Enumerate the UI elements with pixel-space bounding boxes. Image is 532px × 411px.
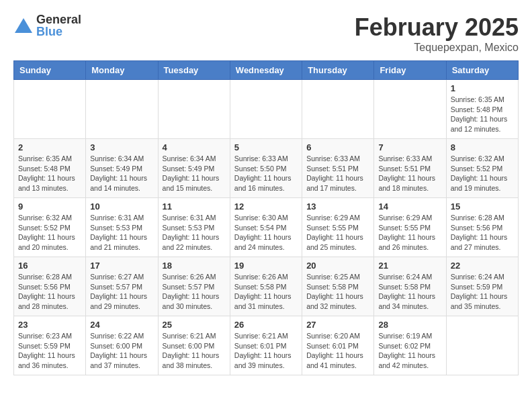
day-info: Sunrise: 6:23 AM Sunset: 5:59 PM Dayligh… [18,331,81,371]
calendar-cell [230,80,302,139]
day-number: 23 [18,320,81,330]
calendar-week-row: 1Sunrise: 6:35 AM Sunset: 5:48 PM Daylig… [14,80,519,139]
calendar-cell: 20Sunrise: 6:25 AM Sunset: 5:58 PM Dayli… [302,257,374,316]
day-number: 21 [378,261,441,271]
calendar-cell: 17Sunrise: 6:27 AM Sunset: 5:57 PM Dayli… [86,257,158,316]
day-info: Sunrise: 6:28 AM Sunset: 5:56 PM Dayligh… [451,213,514,253]
calendar-header-row: SundayMondayTuesdayWednesdayThursdayFrid… [14,61,519,80]
day-info: Sunrise: 6:31 AM Sunset: 5:53 PM Dayligh… [90,213,153,253]
day-info: Sunrise: 6:28 AM Sunset: 5:56 PM Dayligh… [18,272,81,312]
day-number: 5 [234,142,298,152]
calendar-cell: 24Sunrise: 6:22 AM Sunset: 6:00 PM Dayli… [86,316,158,375]
calendar-cell: 11Sunrise: 6:31 AM Sunset: 5:53 PM Dayli… [158,198,230,257]
calendar-cell [446,316,518,375]
calendar-cell [86,80,158,139]
day-info: Sunrise: 6:21 AM Sunset: 6:00 PM Dayligh… [163,331,226,371]
calendar-cell [14,80,86,139]
day-info: Sunrise: 6:29 AM Sunset: 5:55 PM Dayligh… [378,213,441,253]
day-number: 8 [451,142,514,152]
calendar-table: SundayMondayTuesdayWednesdayThursdayFrid… [13,60,519,375]
calendar-cell: 9Sunrise: 6:32 AM Sunset: 5:52 PM Daylig… [14,198,86,257]
day-info: Sunrise: 6:24 AM Sunset: 5:58 PM Dayligh… [378,272,441,312]
calendar-cell: 6Sunrise: 6:33 AM Sunset: 5:51 PM Daylig… [302,139,374,198]
calendar-cell [302,80,374,139]
logo-icon [13,15,34,36]
calendar-cell: 25Sunrise: 6:21 AM Sunset: 6:00 PM Dayli… [158,316,230,375]
day-info: Sunrise: 6:21 AM Sunset: 6:01 PM Dayligh… [234,331,298,371]
day-number: 1 [451,83,514,93]
calendar-cell: 19Sunrise: 6:26 AM Sunset: 5:58 PM Dayli… [230,257,302,316]
day-number: 12 [234,201,298,212]
day-number: 26 [234,320,298,330]
day-number: 17 [90,261,153,271]
day-info: Sunrise: 6:31 AM Sunset: 5:53 PM Dayligh… [163,213,226,253]
day-info: Sunrise: 6:29 AM Sunset: 5:55 PM Dayligh… [306,213,369,253]
day-info: Sunrise: 6:19 AM Sunset: 6:02 PM Dayligh… [378,331,441,371]
day-number: 14 [378,201,441,212]
calendar-cell: 8Sunrise: 6:32 AM Sunset: 5:52 PM Daylig… [446,139,518,198]
day-info: Sunrise: 6:24 AM Sunset: 5:59 PM Dayligh… [451,272,514,312]
day-number: 18 [163,261,226,271]
logo: General Blue [13,13,81,38]
day-number: 25 [163,320,226,330]
calendar-cell: 23Sunrise: 6:23 AM Sunset: 5:59 PM Dayli… [14,316,86,375]
day-info: Sunrise: 6:33 AM Sunset: 5:50 PM Dayligh… [234,154,298,193]
calendar-cell: 2Sunrise: 6:35 AM Sunset: 5:48 PM Daylig… [14,139,86,198]
day-number: 7 [378,142,441,152]
day-info: Sunrise: 6:32 AM Sunset: 5:52 PM Dayligh… [451,154,514,193]
day-info: Sunrise: 6:33 AM Sunset: 5:51 PM Dayligh… [378,154,441,193]
calendar-cell: 28Sunrise: 6:19 AM Sunset: 6:02 PM Dayli… [374,316,446,375]
day-info: Sunrise: 6:25 AM Sunset: 5:58 PM Dayligh… [306,272,369,312]
day-info: Sunrise: 6:34 AM Sunset: 5:49 PM Dayligh… [163,154,226,193]
calendar-cell: 1Sunrise: 6:35 AM Sunset: 5:48 PM Daylig… [446,80,518,139]
day-number: 19 [234,261,298,271]
day-header-wednesday: Wednesday [230,61,302,80]
calendar-cell: 21Sunrise: 6:24 AM Sunset: 5:58 PM Dayli… [374,257,446,316]
calendar-cell: 15Sunrise: 6:28 AM Sunset: 5:56 PM Dayli… [446,198,518,257]
calendar-cell: 7Sunrise: 6:33 AM Sunset: 5:51 PM Daylig… [374,139,446,198]
day-info: Sunrise: 6:27 AM Sunset: 5:57 PM Dayligh… [90,272,153,312]
calendar-cell [374,80,446,139]
calendar-week-row: 16Sunrise: 6:28 AM Sunset: 5:56 PM Dayli… [14,257,519,316]
day-info: Sunrise: 6:32 AM Sunset: 5:52 PM Dayligh… [18,213,81,253]
calendar-cell: 18Sunrise: 6:26 AM Sunset: 5:57 PM Dayli… [158,257,230,316]
calendar-cell: 16Sunrise: 6:28 AM Sunset: 5:56 PM Dayli… [14,257,86,316]
logo-general: General [36,13,81,26]
calendar-cell: 10Sunrise: 6:31 AM Sunset: 5:53 PM Dayli… [86,198,158,257]
day-number: 11 [163,201,226,212]
day-number: 6 [306,142,369,152]
calendar-week-row: 2Sunrise: 6:35 AM Sunset: 5:48 PM Daylig… [14,139,519,198]
day-header-monday: Monday [86,61,158,80]
calendar-cell: 3Sunrise: 6:34 AM Sunset: 5:49 PM Daylig… [86,139,158,198]
day-number: 2 [18,142,81,152]
day-info: Sunrise: 6:30 AM Sunset: 5:54 PM Dayligh… [234,213,298,253]
location-title: Tequepexpan, Mexico [355,42,519,54]
month-title: February 2025 [355,13,519,42]
calendar-cell [158,80,230,139]
day-info: Sunrise: 6:20 AM Sunset: 6:01 PM Dayligh… [306,331,369,371]
calendar-cell: 27Sunrise: 6:20 AM Sunset: 6:01 PM Dayli… [302,316,374,375]
svg-marker-0 [15,18,32,33]
day-number: 15 [451,201,514,212]
logo-blue: Blue [36,26,81,38]
title-block: February 2025 Tequepexpan, Mexico [355,13,519,54]
day-number: 4 [163,142,226,152]
calendar-cell: 12Sunrise: 6:30 AM Sunset: 5:54 PM Dayli… [230,198,302,257]
day-info: Sunrise: 6:26 AM Sunset: 5:58 PM Dayligh… [234,272,298,312]
day-info: Sunrise: 6:34 AM Sunset: 5:49 PM Dayligh… [90,154,153,193]
calendar-cell: 14Sunrise: 6:29 AM Sunset: 5:55 PM Dayli… [374,198,446,257]
page-header: General Blue February 2025 Tequepexpan, … [13,13,519,54]
day-header-thursday: Thursday [302,61,374,80]
calendar-week-row: 23Sunrise: 6:23 AM Sunset: 5:59 PM Dayli… [14,316,519,375]
day-number: 9 [18,201,81,212]
day-info: Sunrise: 6:26 AM Sunset: 5:57 PM Dayligh… [163,272,226,312]
day-header-saturday: Saturday [446,61,518,80]
day-number: 22 [451,261,514,271]
logo-text: General Blue [36,13,81,38]
calendar-cell: 22Sunrise: 6:24 AM Sunset: 5:59 PM Dayli… [446,257,518,316]
day-header-friday: Friday [374,61,446,80]
day-header-tuesday: Tuesday [158,61,230,80]
day-number: 16 [18,261,81,271]
day-info: Sunrise: 6:35 AM Sunset: 5:48 PM Dayligh… [451,95,514,134]
calendar-cell: 13Sunrise: 6:29 AM Sunset: 5:55 PM Dayli… [302,198,374,257]
